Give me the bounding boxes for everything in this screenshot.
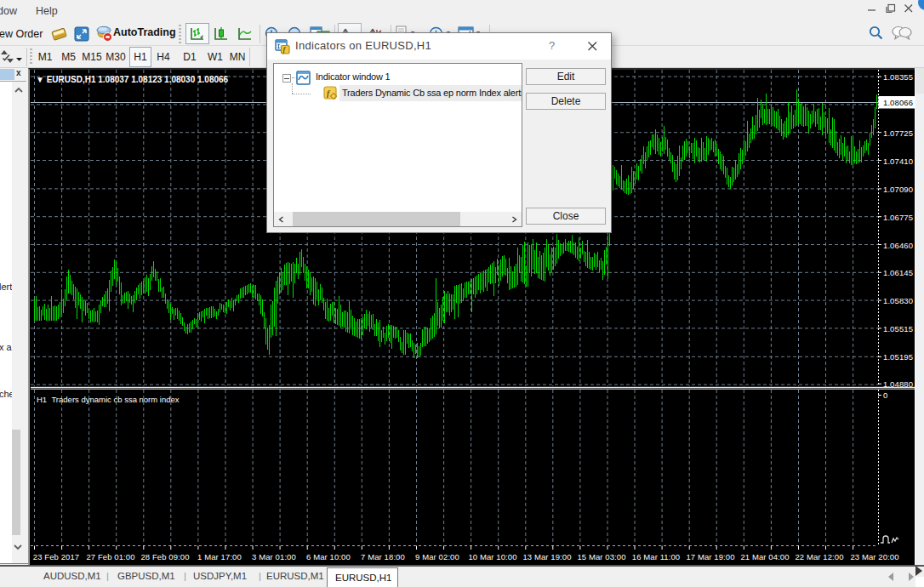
svg-text:16 Mar 11:00: 16 Mar 11:00 — [632, 552, 680, 561]
svg-text:1.08355: 1.08355 — [883, 72, 913, 82]
svg-text:0: 0 — [883, 390, 887, 400]
svg-text:22 Mar 12:00: 22 Mar 12:00 — [795, 552, 843, 561]
svg-text:23 Mar 20:00: 23 Mar 20:00 — [850, 552, 898, 561]
svg-text:1.06775: 1.06775 — [883, 213, 913, 222]
svg-text:1.06460: 1.06460 — [883, 241, 913, 250]
svg-text:13 Mar 19:00: 13 Mar 19:00 — [522, 552, 571, 561]
svg-text:1 Mar 17:00: 1 Mar 17:00 — [197, 552, 242, 561]
svg-text:1.07410: 1.07410 — [883, 157, 913, 166]
svg-text:H1 Traders dynamic cb ssa nor: H1 Traders dynamic cb ssa norm index — [37, 395, 180, 404]
svg-text:9 Mar 02:00: 9 Mar 02:00 — [415, 552, 459, 561]
svg-text:1.05515: 1.05515 — [883, 324, 913, 333]
svg-text:21 Mar 04:00: 21 Mar 04:00 — [740, 552, 789, 561]
svg-text:1.08066: 1.08066 — [883, 98, 913, 107]
svg-text:1.06145: 1.06145 — [883, 268, 913, 277]
svg-text:1.04880: 1.04880 — [883, 379, 913, 389]
svg-text:23 Feb 2017: 23 Feb 2017 — [33, 552, 79, 561]
svg-text:3 Mar 01:00: 3 Mar 01:00 — [252, 552, 296, 561]
svg-text:1.07725: 1.07725 — [883, 128, 913, 138]
svg-text:1.05830: 1.05830 — [883, 296, 913, 305]
svg-text:▼ EURUSD,H1 1.08037 1.08123 1: ▼ EURUSD,H1 1.08037 1.08123 1.08030 1.08… — [36, 75, 229, 84]
svg-text:15 Mar 03:00: 15 Mar 03:00 — [577, 552, 625, 561]
svg-text:1.07090: 1.07090 — [883, 185, 913, 194]
svg-text:1.05195: 1.05195 — [883, 352, 913, 362]
svg-text:27 Feb 01:00: 27 Feb 01:00 — [86, 552, 134, 561]
svg-text:28 Feb 09:00: 28 Feb 09:00 — [140, 552, 189, 561]
svg-text:10 Mar 10:00: 10 Mar 10:00 — [468, 552, 516, 561]
svg-text:7 Mar 18:00: 7 Mar 18:00 — [361, 552, 405, 561]
svg-text:6 Mar 10:00: 6 Mar 10:00 — [306, 552, 351, 561]
svg-text:17 Mar 19:00: 17 Mar 19:00 — [686, 552, 734, 561]
